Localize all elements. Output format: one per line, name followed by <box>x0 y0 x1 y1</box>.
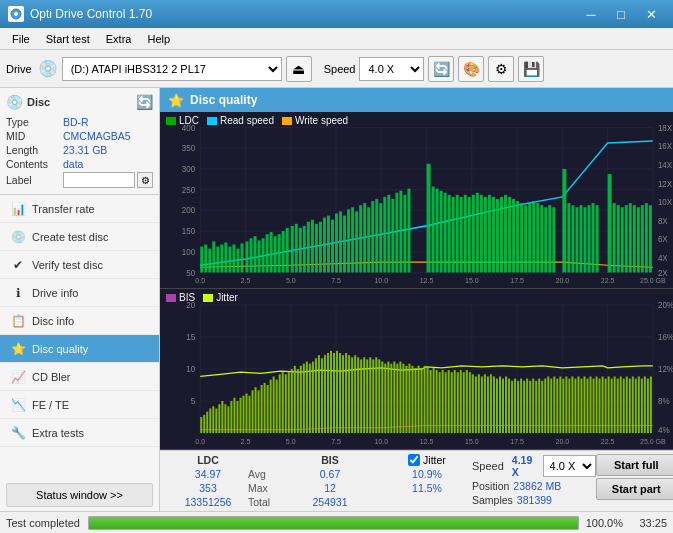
save-button[interactable]: 💾 <box>518 56 544 82</box>
svg-rect-69 <box>278 234 281 272</box>
svg-rect-192 <box>203 415 205 433</box>
menu-help[interactable]: Help <box>139 28 178 50</box>
svg-rect-256 <box>396 364 398 433</box>
drive-select[interactable]: (D:) ATAPI iHBS312 2 PL17 <box>62 57 282 81</box>
svg-rect-68 <box>274 236 277 272</box>
svg-rect-147 <box>625 205 628 272</box>
type-value: BD-R <box>63 116 89 128</box>
svg-rect-210 <box>258 390 260 433</box>
type-label: Type <box>6 116 61 128</box>
svg-text:12.5: 12.5 <box>420 436 434 445</box>
config-button[interactable]: ⚙ <box>488 56 514 82</box>
svg-rect-131 <box>544 207 547 272</box>
svg-rect-319 <box>586 379 588 433</box>
menubar: File Start test Extra Help <box>0 28 673 50</box>
status-window-button[interactable]: Status window >> <box>6 483 153 507</box>
disc-icon: 💿 <box>6 94 23 110</box>
start-part-button[interactable]: Start part <box>596 478 673 500</box>
sidebar-item-verify-test-disc[interactable]: ✔ Verify test disc <box>0 251 159 279</box>
sidebar-item-disc-info[interactable]: 📋 Disc info <box>0 307 159 335</box>
disc-refresh-icon[interactable]: 🔄 <box>136 94 153 110</box>
svg-rect-297 <box>520 379 522 433</box>
svg-text:18X: 18X <box>658 124 673 133</box>
svg-rect-253 <box>387 362 389 433</box>
menu-extra[interactable]: Extra <box>98 28 140 50</box>
svg-rect-104 <box>436 189 439 273</box>
svg-rect-108 <box>452 197 455 273</box>
svg-text:50: 50 <box>186 268 195 277</box>
minimize-button[interactable]: ─ <box>577 4 605 24</box>
svg-rect-280 <box>469 372 471 433</box>
svg-rect-233 <box>327 353 329 433</box>
svg-text:10.0: 10.0 <box>374 277 388 285</box>
jitter-avg-val: 10.9% <box>412 468 442 480</box>
eject-button[interactable]: ⏏ <box>286 56 312 82</box>
menu-starttest[interactable]: Start test <box>38 28 98 50</box>
titlebar: Opti Drive Control 1.70 ─ □ ✕ <box>0 0 673 28</box>
svg-rect-80 <box>323 218 326 273</box>
svg-rect-110 <box>460 197 463 273</box>
svg-rect-92 <box>371 201 374 272</box>
svg-text:2.5: 2.5 <box>241 436 251 445</box>
menu-file[interactable]: File <box>4 28 38 50</box>
svg-rect-302 <box>535 381 537 433</box>
sidebar-item-disc-quality[interactable]: ⭐ Disc quality <box>0 335 159 363</box>
refresh-button[interactable]: 🔄 <box>428 56 454 82</box>
speed-select[interactable]: 4.0 X <box>359 57 424 81</box>
svg-rect-90 <box>363 203 366 272</box>
maximize-button[interactable]: □ <box>607 4 635 24</box>
svg-rect-73 <box>295 224 298 273</box>
svg-text:15: 15 <box>186 332 195 342</box>
svg-rect-283 <box>478 374 480 433</box>
settings-button[interactable]: 🎨 <box>458 56 484 82</box>
label-input[interactable] <box>63 172 135 188</box>
sidebar-item-cd-bler[interactable]: 📈 CD Bler <box>0 363 159 391</box>
svg-rect-239 <box>345 353 347 433</box>
svg-rect-81 <box>327 216 330 273</box>
app-title: Opti Drive Control 1.70 <box>30 7 152 21</box>
svg-rect-308 <box>553 376 555 433</box>
speed-info-val: 4.19 X <box>512 454 539 478</box>
svg-rect-138 <box>579 205 582 272</box>
ldc-legend-color <box>166 117 176 125</box>
svg-text:4X: 4X <box>658 254 668 263</box>
svg-rect-260 <box>408 364 410 433</box>
svg-rect-102 <box>427 164 431 273</box>
svg-rect-223 <box>297 369 299 433</box>
fe-te-icon: 📉 <box>10 398 26 412</box>
svg-rect-234 <box>330 351 332 433</box>
svg-text:4%: 4% <box>658 425 670 435</box>
svg-rect-204 <box>239 398 241 433</box>
svg-rect-278 <box>463 372 465 433</box>
content-header-title: Disc quality <box>190 93 257 107</box>
sidebar-item-fe-te[interactable]: 📉 FE / TE <box>0 391 159 419</box>
readspeed-legend-color <box>207 117 217 125</box>
svg-text:10.0: 10.0 <box>374 436 388 445</box>
sidebar-item-transfer-rate[interactable]: 📊 Transfer rate <box>0 195 159 223</box>
jitter-legend-item: Jitter <box>203 292 238 303</box>
svg-rect-235 <box>333 353 335 433</box>
svg-rect-114 <box>476 193 479 273</box>
label-edit-button[interactable]: ⚙ <box>137 172 153 188</box>
progress-pct: 100.0% <box>583 517 623 529</box>
svg-rect-291 <box>502 379 504 433</box>
sidebar-item-extra-tests[interactable]: 🔧 Extra tests <box>0 419 159 447</box>
svg-rect-237 <box>339 353 341 433</box>
svg-rect-275 <box>454 370 456 433</box>
samples-row: Samples 381399 <box>472 494 596 506</box>
close-button[interactable]: ✕ <box>637 4 665 24</box>
svg-rect-240 <box>348 355 350 433</box>
content-header: ⭐ Disc quality <box>160 88 673 112</box>
svg-text:15.0: 15.0 <box>465 436 479 445</box>
svg-rect-228 <box>312 362 314 433</box>
bottom-speed-select[interactable]: 4.0 X <box>543 455 597 477</box>
jitter-checkbox[interactable] <box>408 454 420 466</box>
sidebar-item-create-test-disc[interactable]: 💿 Create test disc <box>0 223 159 251</box>
start-full-button[interactable]: Start full <box>596 454 673 476</box>
svg-rect-63 <box>254 236 257 272</box>
extra-tests-label: Extra tests <box>32 427 84 439</box>
sidebar-item-drive-info[interactable]: ℹ Drive info <box>0 279 159 307</box>
svg-rect-62 <box>250 238 253 272</box>
svg-rect-143 <box>608 174 612 272</box>
svg-rect-140 <box>588 205 591 272</box>
